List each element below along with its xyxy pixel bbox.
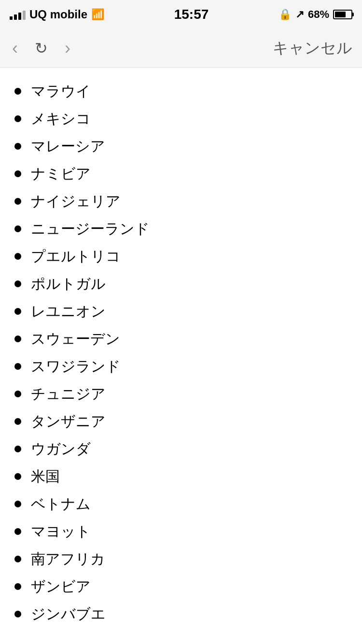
bullet-icon	[14, 225, 21, 232]
country-name: タンザニア	[31, 410, 106, 432]
country-name: 米国	[31, 465, 60, 487]
location-icon: ↗	[295, 8, 304, 21]
country-name: マヨット	[31, 520, 91, 542]
bullet-icon	[14, 88, 21, 95]
bullet-icon	[14, 391, 21, 397]
signal-icon	[10, 9, 26, 20]
list-item: タンザニア	[14, 407, 348, 435]
list-item: レユニオン	[14, 297, 348, 325]
bullet-icon	[14, 556, 21, 562]
country-name: ナミビア	[31, 163, 91, 184]
list-item: ポルトガル	[14, 270, 348, 297]
list-item: ベトナム	[14, 490, 348, 518]
list-item: ザンビア	[14, 573, 348, 600]
status-left: UQ mobile 📶	[10, 8, 104, 21]
bullet-icon	[14, 253, 21, 260]
bullet-icon	[14, 611, 21, 617]
list-item: ジンバブエ	[14, 600, 348, 628]
carrier-text: UQ mobile	[29, 8, 87, 21]
bullet-icon	[14, 143, 21, 150]
list-item: マラウイ	[14, 77, 348, 105]
forward-button[interactable]: ›	[62, 36, 73, 61]
back-button[interactable]: ‹	[10, 36, 20, 61]
list-item: マヨット	[14, 518, 348, 545]
status-time: 15:57	[174, 7, 209, 22]
bullet-icon	[14, 336, 21, 342]
country-name: ウガンダ	[31, 438, 91, 460]
country-name: ナイジェリア	[31, 190, 121, 212]
bullet-icon	[14, 308, 21, 315]
country-name: プエルトリコ	[31, 245, 121, 267]
country-name: スワジランド	[31, 355, 121, 377]
country-name: ザンビア	[31, 575, 91, 597]
status-bar: UQ mobile 📶 15:57 🔒 ↗ 68%	[0, 0, 362, 29]
list-item: ナミビア	[14, 160, 348, 187]
bullet-icon	[14, 583, 21, 590]
country-name: ベトナム	[31, 493, 91, 515]
country-name: チュニジア	[31, 383, 106, 405]
list-item: スワジランド	[14, 352, 348, 380]
list-item: ニュージーランド	[14, 215, 348, 242]
nav-arrows: ‹ ↻ ›	[10, 36, 73, 61]
country-name: マラウイ	[31, 80, 91, 102]
description-text: シェアする権限があるかどうかわからないコンテンツが含まれている場合は、この動画を…	[14, 642, 348, 644]
list-item: 南アフリカ	[14, 545, 348, 573]
country-name: レユニオン	[31, 300, 106, 322]
bullet-icon	[14, 280, 21, 287]
lock-icon: 🔒	[278, 8, 292, 21]
country-list: マラウイメキシコマレーシアナミビアナイジェリアニュージーランドプエルトリコポルト…	[14, 77, 348, 628]
list-item: 米国	[14, 462, 348, 490]
refresh-button[interactable]: ↻	[35, 39, 48, 57]
battery-icon	[333, 10, 352, 19]
country-name: スウェーデン	[31, 328, 120, 350]
cancel-button[interactable]: キャンセル	[273, 38, 352, 59]
bullet-icon	[14, 418, 21, 425]
country-name: メキシコ	[31, 108, 91, 129]
list-item: チュニジア	[14, 380, 348, 407]
country-name: ポルトガル	[31, 273, 106, 294]
bullet-icon	[14, 501, 21, 507]
country-name: マレーシア	[31, 135, 105, 157]
list-item: ナイジェリア	[14, 187, 348, 215]
wifi-icon: 📶	[91, 8, 104, 21]
bullet-icon	[14, 115, 21, 122]
bullet-icon	[14, 363, 21, 370]
bullet-icon	[14, 170, 21, 177]
bullet-icon	[14, 198, 21, 205]
list-item: スウェーデン	[14, 325, 348, 352]
country-name: 南アフリカ	[31, 548, 105, 570]
list-item: プエルトリコ	[14, 242, 348, 270]
battery-percent: 68%	[308, 8, 329, 21]
country-name: ニュージーランド	[31, 218, 150, 239]
nav-bar: ‹ ↻ › キャンセル	[0, 29, 362, 68]
content-area: マラウイメキシコマレーシアナミビアナイジェリアニュージーランドプエルトリコポルト…	[0, 68, 362, 644]
list-item: マレーシア	[14, 132, 348, 160]
bullet-icon	[14, 473, 21, 480]
bullet-icon	[14, 528, 21, 535]
bullet-icon	[14, 446, 21, 452]
status-right: 🔒 ↗ 68%	[278, 8, 352, 21]
country-name: ジンバブエ	[31, 603, 106, 625]
list-item: メキシコ	[14, 105, 348, 132]
list-item: ウガンダ	[14, 435, 348, 462]
